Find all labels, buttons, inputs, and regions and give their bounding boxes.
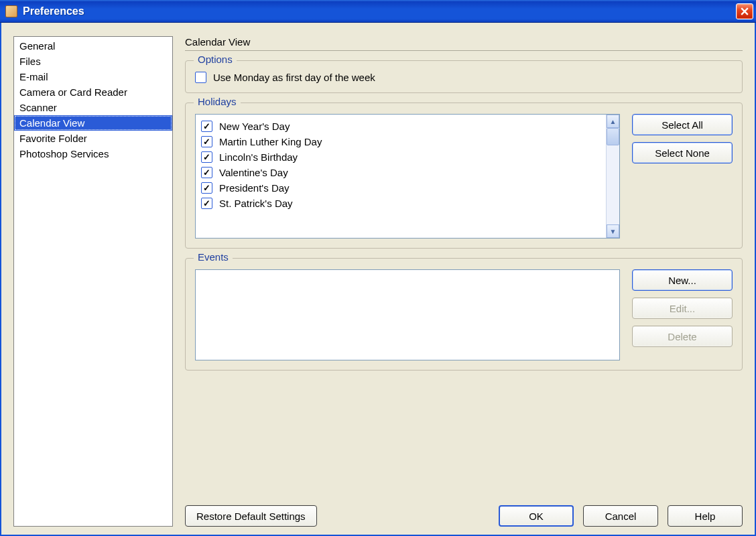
events-legend: Events [194, 251, 233, 263]
holiday-label: Lincoln's Birthday [219, 151, 298, 163]
section-title: Calendar View [185, 36, 743, 51]
scroll-down-button[interactable]: ▼ [607, 224, 619, 238]
sidebar-item-calendar-view[interactable]: Calendar View [14, 115, 172, 131]
holiday-label: St. Patrick's Day [219, 198, 293, 209]
events-list[interactable] [195, 269, 620, 360]
sidebar: GeneralFilesE-mailCamera or Card ReaderS… [13, 36, 173, 527]
sidebar-item-scanner[interactable]: Scanner [14, 100, 172, 115]
help-button[interactable]: Help [668, 505, 743, 527]
scroll-thumb[interactable] [607, 128, 619, 145]
main-panel: Calendar View Options Use Monday as firs… [185, 36, 743, 527]
holiday-item[interactable]: Martin Luther King Day [201, 134, 601, 149]
holidays-group: Holidays New Year's DayMartin Luther Kin… [185, 103, 743, 249]
sidebar-item-files[interactable]: Files [14, 54, 172, 69]
ok-button[interactable]: OK [499, 505, 574, 527]
scroll-up-button[interactable]: ▲ [607, 115, 619, 128]
sidebar-item-photoshop-services[interactable]: Photoshop Services [14, 146, 172, 161]
sidebar-item-favorite-folder[interactable]: Favorite Folder [14, 131, 172, 146]
close-icon [741, 7, 749, 15]
monday-first-checkbox[interactable] [195, 72, 206, 83]
sidebar-item-camera-or-card-reader[interactable]: Camera or Card Reader [14, 84, 172, 100]
holiday-checkbox[interactable] [201, 136, 212, 147]
monday-first-label: Use Monday as first day of the week [213, 72, 375, 83]
select-none-button[interactable]: Select None [632, 142, 733, 163]
holiday-item[interactable]: Valentine's Day [201, 165, 601, 180]
cancel-button[interactable]: Cancel [583, 505, 658, 527]
holiday-checkbox[interactable] [201, 198, 212, 209]
holiday-item[interactable]: Lincoln's Birthday [201, 149, 601, 165]
dialog-footer: Restore Default Settings OK Cancel Help [185, 500, 743, 527]
new-event-button[interactable]: New... [632, 269, 733, 291]
holiday-scrollbar[interactable]: ▲ ▼ [606, 115, 619, 238]
holiday-label: President's Day [219, 182, 290, 194]
holiday-checkbox[interactable] [201, 151, 212, 163]
restore-defaults-button[interactable]: Restore Default Settings [185, 505, 317, 527]
delete-event-button: Delete [632, 326, 733, 347]
holiday-checkbox[interactable] [201, 121, 212, 132]
holiday-item[interactable]: President's Day [201, 180, 601, 196]
holiday-label: Martin Luther King Day [219, 136, 322, 147]
holiday-label: New Year's Day [219, 121, 290, 132]
close-button[interactable] [736, 3, 753, 19]
scroll-track[interactable] [607, 128, 619, 224]
holidays-legend: Holidays [194, 96, 241, 107]
sidebar-item-e-mail[interactable]: E-mail [14, 69, 172, 84]
holiday-label: Valentine's Day [219, 167, 288, 178]
holiday-checkbox[interactable] [201, 167, 212, 178]
holiday-list[interactable]: New Year's DayMartin Luther King DayLinc… [195, 114, 620, 239]
options-group: Options Use Monday as first day of the w… [185, 60, 743, 93]
app-icon [5, 5, 17, 17]
select-all-button[interactable]: Select All [632, 114, 733, 135]
events-group: Events New... Edit... Delete [185, 258, 743, 371]
monday-first-row[interactable]: Use Monday as first day of the week [195, 72, 733, 83]
holiday-item[interactable]: New Year's Day [201, 119, 601, 134]
holiday-item[interactable]: St. Patrick's Day [201, 196, 601, 211]
window-title: Preferences [23, 5, 84, 17]
titlebar: Preferences [0, 0, 756, 23]
options-legend: Options [194, 54, 237, 65]
holiday-checkbox[interactable] [201, 182, 212, 194]
window-body: GeneralFilesE-mailCamera or Card ReaderS… [0, 23, 756, 536]
edit-event-button: Edit... [632, 297, 733, 319]
sidebar-item-general[interactable]: General [14, 38, 172, 54]
